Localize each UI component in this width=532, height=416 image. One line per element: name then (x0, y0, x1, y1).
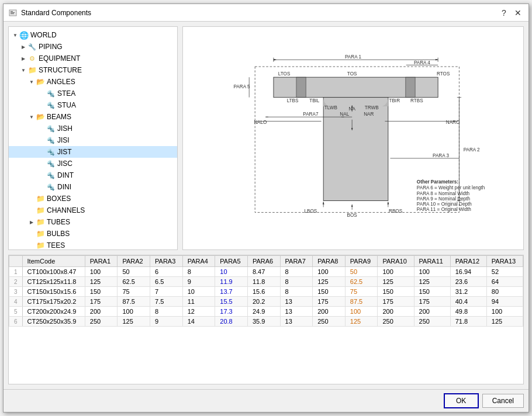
svg-text:LBOS: LBOS (305, 208, 317, 213)
svg-text:Other Parameters:: Other Parameters: (417, 179, 458, 185)
table-cell: 125 (118, 317, 150, 327)
col-header-p8: PARA8 (313, 256, 346, 267)
tree-item-tubes[interactable]: ▶ 📁 TUBES (9, 216, 177, 228)
help-button[interactable]: ? (498, 7, 510, 19)
table-cell: CT100x100x8.47 (22, 267, 85, 277)
tree-label-tees: TEES (47, 241, 65, 249)
table-cell: 64 (486, 277, 523, 287)
svg-text:TBIL: TBIL (309, 98, 320, 103)
table-cell: 13.7 (215, 287, 248, 297)
table-cell: 200 (313, 307, 346, 317)
tree-item-equipment[interactable]: ▶ ⚙ EQUIPMENT (9, 53, 177, 64)
svg-text:PARA 9 = Nominal Depth: PARA 9 = Nominal Depth (417, 196, 470, 202)
table-cell: 125 (486, 317, 523, 327)
tree-label-piping: PIPING (39, 43, 63, 51)
table-cell: 175 (85, 297, 118, 307)
arrow-angles: ▼ (27, 78, 36, 86)
table-row[interactable]: 5CT200x200x24.920010081217.324.913200100… (9, 307, 523, 317)
table-cell: 10 (182, 287, 215, 297)
table-row[interactable]: 3CT150x150x15.61507571013.715.6815075150… (9, 287, 523, 297)
table-cell: 71.8 (450, 317, 486, 327)
table-cell: 8 (280, 277, 313, 287)
tree-label-structure: STRUCTURE (39, 66, 82, 74)
table-cell: 4 (9, 297, 23, 307)
table-cell: 15.6 (247, 287, 280, 297)
cross-section-diagram: .dim-line { stroke: #333; stroke-width: … (183, 27, 523, 249)
table-row[interactable]: 1CT100x100x8.471005068108.47810050100100… (9, 267, 523, 277)
table-cell: 52 (486, 267, 523, 277)
tree-item-stea[interactable]: 🔩 STEA (9, 88, 177, 99)
ok-button[interactable]: OK (444, 393, 479, 408)
table-cell: 175 (313, 297, 346, 307)
table-cell: 3 (9, 287, 23, 297)
svg-text:NARO: NARO (446, 120, 460, 125)
beams-icon: 📂 (36, 112, 45, 122)
table-cell: 20.8 (215, 317, 248, 327)
col-header-p1: PARA1 (85, 256, 118, 267)
title-bar-left: Standard Components (8, 8, 91, 18)
table-cell: 8 (280, 267, 313, 277)
tree-item-angles[interactable]: ▼ 📂 ANGLES (9, 76, 177, 88)
table-cell: 175 (414, 297, 450, 307)
svg-text:TBIR: TBIR (389, 98, 400, 103)
svg-text:NALO: NALO (254, 120, 267, 125)
table-cell: 24.9 (247, 307, 280, 317)
world-icon: 🌐 (19, 30, 29, 40)
table-cell: CT150x150x15.6 (22, 287, 85, 297)
tree-item-tees[interactable]: 📁 TEES (9, 240, 177, 250)
channels-icon: 📁 (36, 206, 45, 215)
table-cell: 35.9 (247, 317, 280, 327)
tree-item-bulbs[interactable]: 📁 BULBS (9, 228, 177, 240)
arrow-stea-spacer (38, 89, 46, 98)
cancel-button[interactable]: Cancel (482, 394, 524, 408)
table-cell: 6 (150, 267, 183, 277)
table-cell: 8.47 (247, 267, 280, 277)
svg-text:PARA 1: PARA 1 (345, 54, 361, 60)
table-row[interactable]: 4CT175x175x20.217587.57.51115.520.213175… (9, 297, 523, 307)
table-row[interactable]: 6CT250x250x35.925012591420.835.913250125… (9, 317, 523, 327)
tree-item-stua[interactable]: 🔩 STUA (9, 99, 177, 111)
diagram-panel: .dim-line { stroke: #333; stroke-width: … (182, 26, 524, 250)
table-cell: 9 (150, 317, 183, 327)
table-cell: 75 (345, 287, 378, 297)
piping-icon: 🔧 (27, 42, 37, 51)
col-header-p13: PARA13 (486, 256, 523, 267)
stua-icon: 🔩 (46, 100, 56, 110)
table-cell: 150 (85, 287, 118, 297)
tree-item-jisi[interactable]: 🔩 JISI (9, 134, 177, 146)
svg-rect-8 (323, 98, 388, 201)
table-cell: 16.94 (450, 267, 486, 277)
tree-label-jist: JIST (57, 148, 72, 156)
close-button[interactable]: ✕ (512, 7, 524, 19)
tree-label-stua: STUA (57, 101, 76, 109)
dialog-icon (8, 8, 18, 18)
table-cell: CT250x250x35.9 (22, 317, 85, 327)
tree-item-beams[interactable]: ▼ 📂 BEAMS (9, 111, 177, 123)
tree-item-jist[interactable]: 🔩 JIST (9, 146, 177, 158)
tree-item-channels[interactable]: 📁 CHANNELS (9, 204, 177, 216)
svg-text:TLWB: TLWB (324, 105, 338, 110)
table-cell: 6 (9, 317, 23, 327)
tree-item-jish[interactable]: 🔩 JISH (9, 123, 177, 134)
tree-label-dint: DINT (57, 171, 74, 179)
tree-item-dini[interactable]: 🔩 DINI (9, 181, 177, 193)
table-row[interactable]: 2CT125x125x11.812562.56.5911.911.8812562… (9, 277, 523, 287)
bottom-area: ItemCode PARA1 PARA2 PARA3 PARA4 PARA5 P… (4, 255, 528, 389)
tree-item-jisc[interactable]: 🔩 JISC (9, 158, 177, 169)
table-cell: CT200x200x24.9 (22, 307, 85, 317)
tree-item-boxes[interactable]: 📁 BOXES (9, 193, 177, 204)
tree-item-structure[interactable]: ▼ 📁 STRUCTURE (9, 64, 177, 76)
table-cell: 100 (85, 267, 118, 277)
table-cell: 125 (378, 277, 414, 287)
boxes-icon: 📁 (36, 194, 45, 203)
col-header-p3: PARA3 (150, 256, 183, 267)
tree-item-piping[interactable]: ▶ 🔧 PIPING (9, 41, 177, 53)
table-cell: 31.2 (450, 287, 486, 297)
arrow-structure: ▼ (19, 66, 27, 74)
svg-rect-9 (296, 77, 306, 97)
svg-text:PARA 4: PARA 4 (414, 60, 430, 65)
tree-item-dint[interactable]: 🔩 DINT (9, 169, 177, 181)
tree-item-world[interactable]: ▼ 🌐 WORLD (9, 29, 177, 41)
table-cell: 50 (345, 267, 378, 277)
table-cell: 250 (313, 317, 346, 327)
